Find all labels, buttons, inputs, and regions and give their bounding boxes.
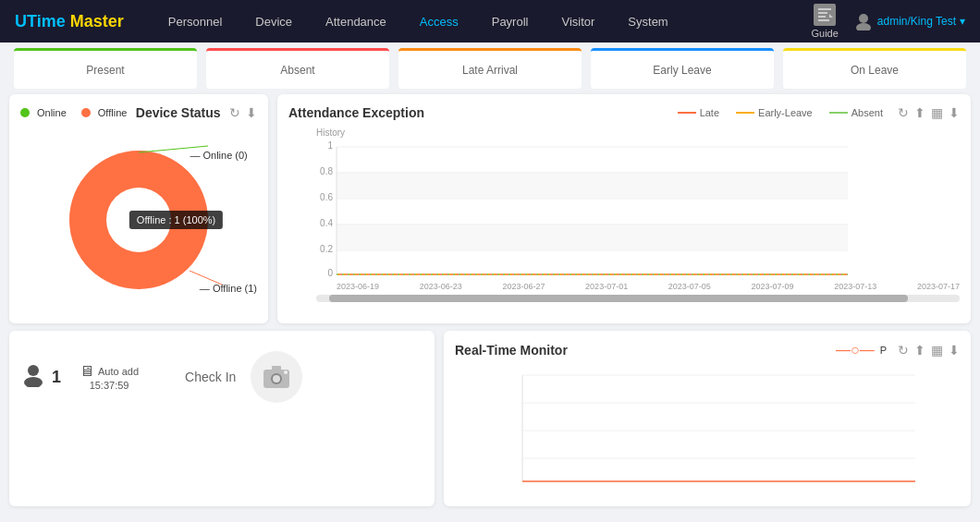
attendance-header: Attendance Exception Late Early-Leave: [288, 105, 960, 120]
x-label-1: 2023-06-23: [420, 282, 462, 291]
guide-button[interactable]: Guide: [811, 4, 838, 39]
x-label-3: 2023-07-01: [585, 282, 628, 291]
legend-early-leave-label: Early-Leave: [758, 107, 813, 118]
camera-icon: [251, 351, 302, 403]
realtime-chart-svg: [455, 366, 960, 495]
status-card-absent[interactable]: Absent: [206, 48, 389, 89]
svg-text:0.8: 0.8: [320, 166, 333, 176]
online-label: — Online (0): [190, 150, 247, 161]
logo-master: Master: [70, 12, 124, 30]
svg-rect-3: [818, 16, 826, 18]
status-label-absent: Absent: [280, 64, 314, 77]
svg-text:0.2: 0.2: [320, 244, 333, 254]
logo-u: U: [15, 12, 27, 30]
svg-point-5: [859, 14, 868, 23]
svg-point-34: [273, 375, 280, 382]
status-card-on-leave[interactable]: On Leave: [783, 48, 966, 89]
svg-point-30: [28, 365, 39, 376]
device-refresh-btn[interactable]: ↻: [229, 105, 240, 120]
user-icon: [20, 361, 46, 394]
attendance-download-btn[interactable]: ⬇: [949, 105, 960, 120]
svg-text:1: 1: [327, 140, 333, 151]
checkin-right: Check In: [185, 351, 302, 403]
device-status-header: Online Offline Device Status ↻ ⬇: [20, 105, 257, 120]
svg-text:0.6: 0.6: [320, 192, 333, 202]
legend-offline-label: Offline: [98, 107, 128, 118]
svg-rect-24: [337, 225, 848, 250]
realtime-barchart-btn[interactable]: ▦: [931, 343, 943, 358]
top-panels-row: Online Offline Device Status ↻ ⬇: [9, 94, 971, 323]
auto-add-label: Auto add: [98, 366, 139, 377]
nav-visitor[interactable]: Visitor: [545, 0, 611, 42]
header-right: Guide admin/King Test ▾: [811, 4, 965, 39]
user-avatar-icon: [853, 10, 874, 33]
online-dot: [20, 108, 30, 117]
device-download-btn[interactable]: ⬇: [246, 105, 257, 120]
svg-rect-23: [337, 173, 848, 199]
user-count-value: 1: [52, 368, 61, 387]
attendance-refresh-btn[interactable]: ↻: [898, 105, 909, 120]
nav-device[interactable]: Device: [239, 0, 309, 42]
offline-label: — Offline (1): [200, 283, 257, 294]
chevron-down-icon: ▾: [960, 15, 965, 28]
chart-scrollbar[interactable]: [316, 295, 960, 302]
device-status-actions: ↻ ⬇: [229, 105, 257, 120]
legend-online-label: Online: [37, 107, 67, 118]
checkin-content: 1 🖥 Auto add 15:37:59 Check In: [20, 342, 423, 412]
svg-marker-2: [829, 14, 833, 18]
svg-point-31: [24, 377, 43, 387]
nav-attendance[interactable]: Attendance: [309, 0, 403, 42]
main-nav: Personnel Device Attendance Access Payro…: [152, 0, 812, 42]
auto-add-section: 🖥 Auto add 15:37:59: [80, 363, 139, 391]
nav-access[interactable]: Access: [403, 0, 475, 42]
svg-rect-1: [818, 12, 827, 14]
user-info[interactable]: admin/King Test ▾: [853, 10, 965, 33]
status-label-on-leave: On Leave: [851, 64, 899, 77]
realtime-header: Real-Time Monitor —○— P ↻ ⬆ ▦ ⬇: [455, 342, 960, 358]
svg-point-6: [856, 23, 871, 30]
attendance-chart-wrapper: History 1 0.8 0.6 0.4 0.2 0: [288, 127, 960, 302]
nav-payroll[interactable]: Payroll: [475, 0, 545, 42]
svg-rect-4: [818, 19, 829, 21]
status-card-early-leave[interactable]: Early Leave: [591, 48, 774, 89]
legend-absent: Absent: [829, 107, 883, 118]
device-status-panel: Online Offline Device Status ↻ ⬇: [9, 94, 268, 323]
guide-icon: [814, 4, 836, 26]
x-axis-labels: 2023-06-19 2023-06-23 2023-06-27 2023-07…: [337, 282, 960, 291]
header: UTime Master Personnel Device Attendance…: [0, 0, 980, 42]
x-label-4: 2023-07-05: [668, 282, 711, 291]
attendance-chart-svg: 1 0.8 0.6 0.4 0.2 0: [316, 140, 852, 283]
attendance-upload-btn[interactable]: ⬆: [914, 105, 925, 120]
legend-early-leave: Early-Leave: [736, 107, 813, 118]
attendance-barchart-btn[interactable]: ▦: [931, 105, 943, 120]
realtime-monitor-panel: Real-Time Monitor —○— P ↻ ⬆ ▦ ⬇: [444, 331, 971, 506]
nav-personnel[interactable]: Personnel: [152, 0, 239, 42]
legend-absent-label: Absent: [851, 107, 883, 118]
status-cards-row: Present Absent Late Arrival Early Leave …: [0, 42, 980, 94]
checkin-panel: 1 🖥 Auto add 15:37:59 Check In: [9, 331, 435, 506]
realtime-refresh-btn[interactable]: ↻: [898, 343, 909, 358]
x-label-0: 2023-06-19: [337, 282, 379, 291]
status-label-late-arrival: Late Arrival: [462, 64, 518, 77]
x-label-6: 2023-07-13: [834, 282, 876, 291]
realtime-upload-btn[interactable]: ⬆: [914, 343, 925, 358]
status-label-early-leave: Early Leave: [653, 64, 711, 77]
attendance-legend: Late Early-Leave Absent: [678, 107, 883, 118]
nav-system[interactable]: System: [611, 0, 684, 42]
device-legend: Online Offline: [20, 107, 127, 118]
logo-time: Time: [27, 12, 66, 30]
realtime-actions: ↻ ⬆ ▦ ⬇: [898, 343, 960, 358]
status-card-present[interactable]: Present: [14, 48, 197, 89]
legend-late: Late: [678, 107, 719, 118]
auto-add-row: 🖥 Auto add: [80, 363, 139, 380]
checkin-label: Check In: [185, 370, 236, 384]
user-label: admin/King Test: [877, 15, 956, 28]
attendance-chart-area: 1 0.8 0.6 0.4 0.2 0: [316, 140, 960, 291]
logo: UTime Master: [15, 12, 124, 31]
realtime-legend-icon: —○—: [836, 342, 875, 358]
svg-point-36: [284, 370, 288, 374]
realtime-chart-area: [455, 366, 960, 495]
status-card-late-arrival[interactable]: Late Arrival: [398, 48, 582, 89]
chart-scrollbar-thumb[interactable]: [329, 295, 908, 302]
realtime-download-btn[interactable]: ⬇: [949, 343, 960, 358]
